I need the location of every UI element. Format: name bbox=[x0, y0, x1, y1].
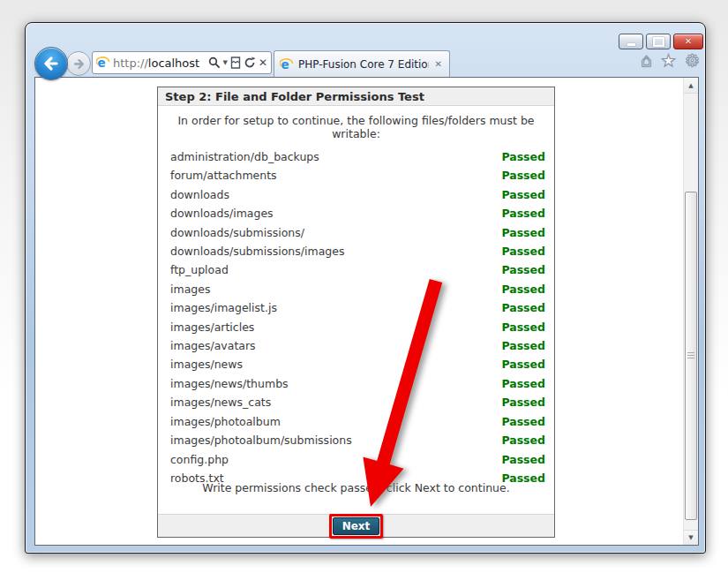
permission-path: images/avatars bbox=[170, 336, 256, 355]
scroll-up-icon[interactable]: ▲ bbox=[684, 78, 698, 94]
search-dropdown-icon[interactable]: ▼ bbox=[223, 59, 228, 66]
permission-row: ftp_uploadPassed bbox=[170, 260, 545, 279]
permission-row: images/news/thumbsPassed bbox=[170, 374, 545, 393]
permission-status: Passed bbox=[501, 223, 545, 242]
settings-gear-icon[interactable]: ⚙ bbox=[685, 52, 700, 69]
scroll-down-icon[interactable]: ▼ bbox=[684, 530, 698, 545]
permission-row: imagesPassed bbox=[170, 280, 545, 298]
permission-row: forum/attachmentsPassed bbox=[170, 166, 545, 185]
permission-path: images/photoalbum/submissions bbox=[170, 431, 352, 449]
panel-footer: Next bbox=[158, 514, 554, 537]
panel-heading: Step 2: File and Folder Permissions Test bbox=[158, 87, 554, 106]
browser-tab[interactable]: e PHP-Fusion Core 7 Edition ... ✕ bbox=[274, 50, 450, 77]
permission-path: forum/attachments bbox=[170, 166, 277, 185]
toolbar-icons: ⌂ ★ ⚙ bbox=[641, 51, 700, 69]
browser-window: ✕ e http://localhost ▼ bbox=[25, 22, 706, 554]
permission-status: Passed bbox=[501, 166, 545, 185]
permission-status: Passed bbox=[501, 204, 545, 222]
address-bar[interactable]: e http://localhost ▼ ✕ bbox=[92, 51, 272, 74]
refresh-icon[interactable] bbox=[244, 57, 256, 69]
permission-row: images/news_catsPassed bbox=[170, 393, 545, 411]
permission-row: administration/db_backupsPassed bbox=[170, 147, 545, 166]
permission-path: images/news bbox=[170, 355, 243, 373]
permission-row: images/photoalbum/submissionsPassed bbox=[170, 431, 545, 449]
permission-row: images/newsPassed bbox=[170, 355, 545, 373]
scrollbar-grip-icon bbox=[687, 352, 694, 359]
vertical-scrollbar[interactable]: ▲ ▼ bbox=[683, 78, 698, 545]
permission-status: Passed bbox=[501, 355, 545, 373]
scrollbar-thumb[interactable] bbox=[685, 192, 697, 520]
permission-path: config.php bbox=[170, 450, 229, 469]
permission-status: Passed bbox=[501, 242, 545, 260]
compatibility-view-icon[interactable] bbox=[230, 57, 241, 69]
permission-row: downloads/imagesPassed bbox=[170, 204, 545, 222]
permissions-list: administration/db_backupsPassedforum/att… bbox=[158, 147, 554, 487]
permission-path: images/news/thumbs bbox=[170, 374, 289, 393]
setup-panel: Step 2: File and Folder Permissions Test… bbox=[157, 87, 555, 538]
permission-path: downloads/submissions/images bbox=[170, 242, 344, 260]
navigation-bar: e http://localhost ▼ ✕ e bbox=[26, 49, 705, 77]
forward-button[interactable] bbox=[66, 51, 91, 76]
maximize-button[interactable] bbox=[646, 34, 671, 49]
tab-close-icon[interactable]: ✕ bbox=[433, 59, 444, 69]
permission-status: Passed bbox=[501, 374, 545, 393]
permission-status: Passed bbox=[501, 412, 545, 431]
result-message: Write permissions check passed, click Ne… bbox=[158, 481, 554, 494]
permission-path: downloads/submissions/ bbox=[170, 223, 304, 242]
permission-path: images/imagelist.js bbox=[170, 298, 277, 317]
back-button[interactable] bbox=[34, 47, 68, 80]
search-icon[interactable] bbox=[208, 57, 221, 69]
forward-arrow-icon bbox=[72, 58, 86, 70]
back-arrow-icon bbox=[42, 56, 60, 72]
ie-tab-icon: e bbox=[280, 57, 294, 72]
permission-status: Passed bbox=[501, 280, 545, 298]
permission-row: images/photoalbumPassed bbox=[170, 412, 545, 431]
home-icon[interactable]: ⌂ bbox=[641, 51, 652, 69]
permission-status: Passed bbox=[501, 318, 545, 336]
window-controls: ✕ bbox=[619, 34, 703, 49]
permission-row: images/avatarsPassed bbox=[170, 336, 545, 355]
panel-intro: In order for setup to continue, the foll… bbox=[161, 114, 551, 140]
permission-path: images/news_cats bbox=[170, 393, 271, 411]
stop-icon[interactable]: ✕ bbox=[259, 57, 267, 69]
permission-path: downloads/images bbox=[170, 204, 274, 222]
ie-page-icon: e bbox=[96, 56, 110, 70]
permission-status: Passed bbox=[501, 450, 545, 469]
permission-status: Passed bbox=[501, 393, 545, 411]
permission-status: Passed bbox=[501, 185, 545, 204]
minimize-icon bbox=[627, 43, 635, 46]
permission-status: Passed bbox=[501, 336, 545, 355]
permission-row: downloadsPassed bbox=[170, 185, 545, 204]
minimize-button[interactable] bbox=[619, 34, 643, 49]
page-viewport: Step 2: File and Folder Permissions Test… bbox=[34, 77, 699, 546]
permission-status: Passed bbox=[501, 298, 545, 317]
permission-status: Passed bbox=[501, 147, 545, 166]
permission-row: downloads/submissions/Passed bbox=[170, 223, 545, 242]
permission-status: Passed bbox=[501, 260, 545, 279]
permission-row: images/articlesPassed bbox=[170, 318, 545, 336]
close-icon: ✕ bbox=[685, 37, 692, 46]
next-button[interactable]: Next bbox=[333, 517, 380, 535]
close-button[interactable]: ✕ bbox=[673, 34, 703, 49]
permission-path: ftp_upload bbox=[170, 260, 229, 279]
permission-path: images bbox=[170, 280, 210, 298]
maximize-icon bbox=[653, 37, 664, 47]
permission-row: images/imagelist.jsPassed bbox=[170, 298, 545, 317]
permission-row: downloads/submissions/imagesPassed bbox=[170, 242, 545, 260]
permission-path: administration/db_backups bbox=[170, 147, 319, 166]
permission-row: config.phpPassed bbox=[170, 450, 545, 469]
permission-path: images/articles bbox=[170, 318, 254, 336]
favorites-star-icon[interactable]: ★ bbox=[661, 52, 676, 69]
highlight-box: Next bbox=[329, 514, 384, 539]
url-text[interactable]: http://localhost bbox=[113, 57, 206, 70]
tab-title: PHP-Fusion Core 7 Edition ... bbox=[298, 58, 429, 71]
permission-path: downloads bbox=[170, 185, 229, 204]
permission-path: images/photoalbum bbox=[170, 412, 281, 431]
permission-status: Passed bbox=[501, 431, 545, 449]
